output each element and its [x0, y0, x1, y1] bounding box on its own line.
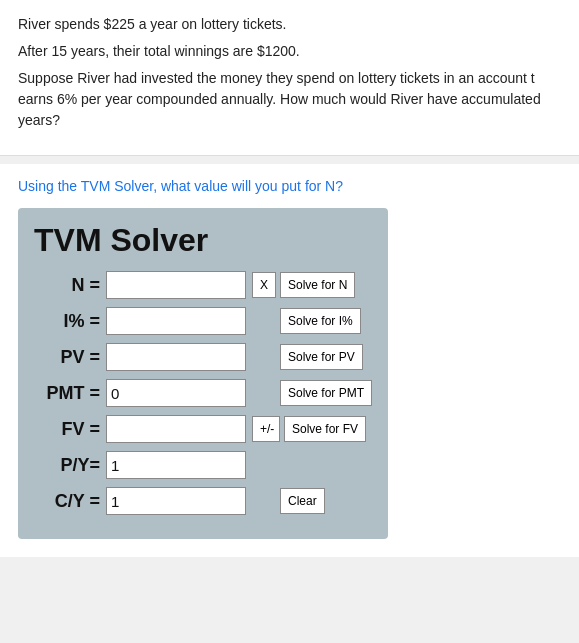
tvm-row-i: I% = Solve for I% — [34, 307, 372, 335]
tvm-row-pv: PV = Solve for PV — [34, 343, 372, 371]
tvm-row-fv: FV = +/- Solve for FV — [34, 415, 372, 443]
line2: After 15 years, their total winnings are… — [18, 41, 561, 62]
top-section: River spends $225 a year on lottery tick… — [0, 0, 579, 156]
line1: River spends $225 a year on lottery tick… — [18, 14, 561, 35]
tvm-input-n[interactable] — [106, 271, 246, 299]
btn-solve-i[interactable]: Solve for I% — [280, 308, 361, 334]
tvm-label-pv: PV = — [34, 347, 106, 368]
tvm-row-pmt: PMT = Solve for PMT — [34, 379, 372, 407]
question-section: Using the TVM Solver, what value will yo… — [0, 164, 579, 557]
tvm-row-cy: C/Y = Clear — [34, 487, 372, 515]
tvm-title: TVM Solver — [34, 222, 372, 259]
tvm-input-i[interactable] — [106, 307, 246, 335]
tvm-input-cy[interactable] — [106, 487, 246, 515]
tvm-label-cy: C/Y = — [34, 491, 106, 512]
question-text: Using the TVM Solver, what value will yo… — [18, 178, 561, 194]
tvm-label-i: I% = — [34, 311, 106, 332]
tvm-container: TVM Solver N = X Solve for N I% = Solve … — [18, 208, 388, 539]
btn-solve-pmt[interactable]: Solve for PMT — [280, 380, 372, 406]
tvm-label-pmt: PMT = — [34, 383, 106, 404]
btn-solve-n[interactable]: Solve for N — [280, 272, 355, 298]
tvm-label-py: P/Y= — [34, 455, 106, 476]
btn-solve-fv[interactable]: Solve for FV — [284, 416, 366, 442]
tvm-input-fv[interactable] — [106, 415, 246, 443]
tvm-input-pmt[interactable] — [106, 379, 246, 407]
tvm-input-py[interactable] — [106, 451, 246, 479]
tvm-label-n: N = — [34, 275, 106, 296]
btn-solve-pv[interactable]: Solve for PV — [280, 344, 363, 370]
tvm-input-pv[interactable] — [106, 343, 246, 371]
btn-x-n[interactable]: X — [252, 272, 276, 298]
tvm-row-py: P/Y= — [34, 451, 372, 479]
tvm-label-fv: FV = — [34, 419, 106, 440]
tvm-row-n: N = X Solve for N — [34, 271, 372, 299]
clear-button[interactable]: Clear — [280, 488, 325, 514]
btn-plusminus-fv[interactable]: +/- — [252, 416, 280, 442]
line3: Suppose River had invested the money the… — [18, 68, 561, 131]
